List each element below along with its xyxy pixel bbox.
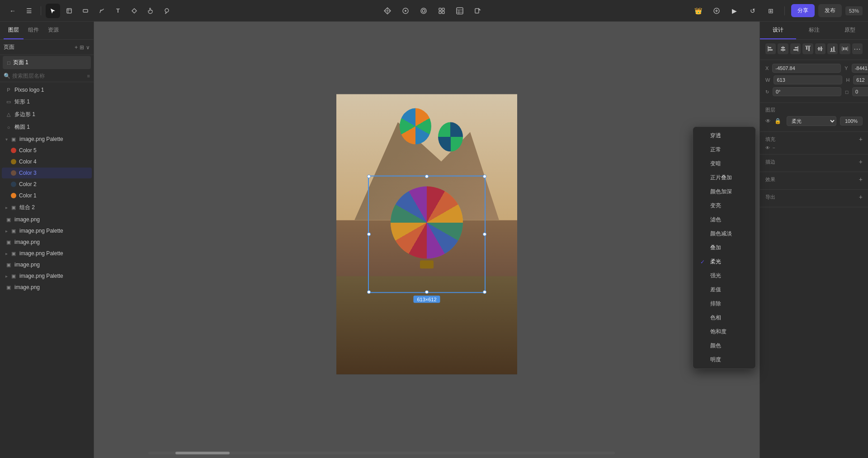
blend-option-difference[interactable]: 差值 bbox=[693, 283, 755, 297]
align-center-v[interactable] bbox=[778, 43, 788, 54]
layer-pixso-logo[interactable]: P Pixso logo 1 bbox=[2, 84, 92, 95]
blend-option-color-burn[interactable]: 颜色加深 bbox=[693, 185, 755, 199]
node-tool[interactable] bbox=[127, 4, 142, 18]
hand-tool[interactable] bbox=[143, 4, 158, 18]
blend-option-hard-light[interactable]: 强光 bbox=[693, 269, 755, 283]
blend-option-soft-light[interactable]: ✓ 柔光 bbox=[693, 255, 755, 269]
search-input[interactable] bbox=[12, 73, 85, 79]
blend-option-color-dodge[interactable]: 颜色减淡 bbox=[693, 227, 755, 241]
align-middle-h[interactable] bbox=[815, 43, 826, 54]
tab-annotate[interactable]: 标注 bbox=[796, 22, 832, 39]
layer-ellipse1[interactable]: ○ 椭圆 1 bbox=[2, 121, 92, 133]
circle-icon[interactable] bbox=[398, 4, 413, 18]
page-more-button[interactable]: ∨ bbox=[86, 44, 90, 51]
layer-color4[interactable]: Color 4 bbox=[2, 156, 92, 167]
crown-icon[interactable]: 👑 bbox=[691, 4, 706, 18]
layer-palette1[interactable]: ▾ ▣ image.png Palette bbox=[2, 134, 92, 145]
comment-tool[interactable] bbox=[160, 4, 174, 18]
tab-design[interactable]: 设计 bbox=[760, 22, 796, 39]
select-tool[interactable] bbox=[46, 4, 60, 18]
blend-option-luminosity[interactable]: 明度 bbox=[693, 353, 755, 367]
add-page-button[interactable]: + bbox=[75, 44, 78, 51]
blend-option-darken[interactable]: 变暗 bbox=[693, 157, 755, 171]
lock-icon[interactable]: 🔒 bbox=[774, 118, 781, 124]
layer-color3[interactable]: Color 3 bbox=[2, 168, 92, 178]
y-input[interactable] bbox=[852, 64, 868, 73]
blend-option-add[interactable]: 叠加 bbox=[693, 241, 755, 255]
blend-option-pass-through[interactable]: 穿透 bbox=[693, 129, 755, 143]
layout-icon[interactable] bbox=[453, 4, 467, 18]
share-button[interactable]: 分享 bbox=[791, 4, 815, 17]
blend-mode-select[interactable]: 柔光 bbox=[787, 116, 836, 126]
blend-option-multiply[interactable]: 正片叠加 bbox=[693, 171, 755, 185]
add-stroke-button[interactable]: + bbox=[859, 158, 863, 165]
layer-image4[interactable]: ▣ image.png bbox=[2, 282, 92, 293]
publish-button[interactable]: 发布 bbox=[818, 4, 842, 17]
grid-icon[interactable]: ⊞ bbox=[764, 4, 778, 18]
menu-button[interactable]: ☰ bbox=[22, 4, 36, 18]
x-input[interactable] bbox=[772, 64, 841, 73]
align-left[interactable] bbox=[765, 43, 776, 54]
layer-color2[interactable]: Color 2 bbox=[2, 179, 92, 190]
rect-tool[interactable] bbox=[78, 4, 93, 18]
tab-prototype[interactable]: 原型 bbox=[832, 22, 868, 39]
transform-icon[interactable] bbox=[380, 4, 395, 18]
align-bottom[interactable] bbox=[827, 43, 838, 54]
blend-option-saturation[interactable]: 饱和度 bbox=[693, 325, 755, 339]
add-export-button[interactable]: + bbox=[859, 193, 863, 201]
layer-palette2[interactable]: ▸ ▣ image.png Palette bbox=[2, 225, 92, 236]
more-icon[interactable]: ⋯ bbox=[852, 43, 863, 54]
back-button[interactable]: ← bbox=[5, 4, 20, 18]
h-input[interactable] bbox=[853, 75, 868, 84]
layer-image2[interactable]: ▣ image.png bbox=[2, 237, 92, 248]
rotation-input[interactable] bbox=[773, 87, 841, 96]
add-effect-button[interactable]: + bbox=[859, 176, 863, 183]
w-input[interactable] bbox=[774, 75, 842, 84]
component-icon[interactable] bbox=[434, 4, 449, 18]
replay-icon[interactable]: ↺ bbox=[745, 4, 760, 18]
zoom-display[interactable]: 53% bbox=[845, 6, 863, 15]
blend-option-lighten[interactable]: 变亮 bbox=[693, 199, 755, 213]
plugin-icon[interactable] bbox=[471, 4, 485, 18]
pen-tool[interactable] bbox=[94, 4, 109, 18]
visibility-toggle[interactable]: 👁 bbox=[765, 118, 771, 124]
layer-image1[interactable]: ▣ image.png bbox=[2, 214, 92, 225]
community-icon[interactable] bbox=[709, 4, 724, 18]
frame-tool[interactable] bbox=[62, 4, 76, 18]
blend-option-exclusion[interactable]: 排除 bbox=[693, 297, 755, 311]
blend-option-screen[interactable]: 滤色 bbox=[693, 213, 755, 227]
scrollbar-horizontal[interactable] bbox=[148, 452, 615, 454]
fill-visibility[interactable]: 👁 bbox=[765, 145, 770, 150]
layer-image3[interactable]: ▣ image.png bbox=[2, 259, 92, 270]
canvas-area[interactable]: 613×612 bbox=[94, 22, 760, 458]
layer-label: Color 2 bbox=[19, 181, 37, 187]
add-fill-button[interactable]: + bbox=[859, 136, 863, 143]
blend-option-normal[interactable]: 正常 bbox=[693, 143, 755, 157]
layer-polygon1[interactable]: △ 多边形 1 bbox=[2, 108, 92, 121]
layer-color5[interactable]: Color 5 bbox=[2, 145, 92, 156]
tab-assets[interactable]: 资源 bbox=[43, 22, 63, 39]
blend-option-hue[interactable]: 色相 bbox=[693, 311, 755, 325]
layer-rect1[interactable]: ▭ 矩形 1 bbox=[2, 96, 92, 108]
page-options-button[interactable]: ⊞ bbox=[80, 44, 84, 51]
scrollbar-thumb[interactable] bbox=[175, 452, 230, 454]
corner-input[interactable] bbox=[852, 87, 868, 96]
tab-components[interactable]: 组件 bbox=[24, 22, 43, 39]
layer-group2[interactable]: ▸ ▣ 组合 2 bbox=[2, 201, 92, 214]
filter-icon[interactable]: ≡ bbox=[87, 73, 90, 79]
tab-layers[interactable]: 图层 bbox=[4, 22, 24, 39]
target-icon[interactable] bbox=[416, 4, 431, 18]
layer-palette4[interactable]: ▸ ▣ image.png Palette bbox=[2, 271, 92, 281]
blend-option-color[interactable]: 颜色 bbox=[693, 339, 755, 353]
distribute-h[interactable] bbox=[840, 43, 850, 54]
align-right[interactable] bbox=[790, 43, 801, 54]
layer-color1[interactable]: Color 1 bbox=[2, 190, 92, 201]
page-item-1[interactable]: □ 页面 1 bbox=[3, 56, 91, 69]
canvas-frame[interactable]: 613×612 bbox=[336, 94, 517, 374]
play-icon[interactable]: ▶ bbox=[727, 4, 742, 18]
opacity-input[interactable] bbox=[840, 117, 863, 126]
remove-fill-button[interactable]: − bbox=[773, 145, 775, 150]
layer-palette3[interactable]: ▸ ▣ image.png Palette bbox=[2, 248, 92, 259]
align-top[interactable] bbox=[802, 43, 813, 54]
text-tool[interactable]: T bbox=[111, 4, 125, 18]
